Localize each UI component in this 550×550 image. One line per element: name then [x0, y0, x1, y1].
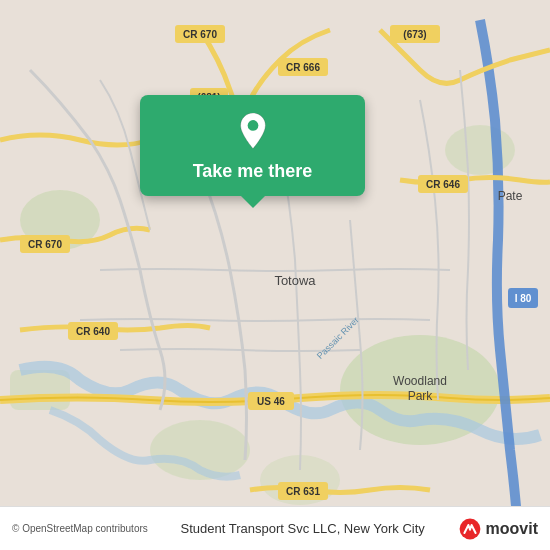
navigation-popup: Take me there: [140, 95, 365, 196]
svg-text:Woodland: Woodland: [393, 374, 447, 388]
attribution-area: © OpenStreetMap contributors: [12, 523, 148, 534]
map-background: CR 670 (681) CR 666 CR 670 (673) CR 646 …: [0, 0, 550, 550]
svg-text:CR 631: CR 631: [286, 486, 320, 497]
moovit-brand-text: moovit: [486, 520, 538, 538]
osm-attribution: © OpenStreetMap contributors: [12, 523, 148, 534]
svg-text:CR 640: CR 640: [76, 326, 110, 337]
moovit-icon: [458, 517, 482, 541]
svg-text:I 80: I 80: [515, 293, 532, 304]
location-pin-icon: [233, 113, 273, 153]
svg-point-3: [445, 125, 515, 175]
svg-text:CR 666: CR 666: [286, 62, 320, 73]
svg-text:CR 670: CR 670: [183, 29, 217, 40]
take-me-there-button[interactable]: Take me there: [193, 161, 313, 182]
svg-text:Pate: Pate: [498, 189, 523, 203]
moovit-logo: moovit: [458, 517, 538, 541]
svg-point-32: [247, 120, 258, 131]
svg-text:(673): (673): [403, 29, 426, 40]
svg-text:CR 670: CR 670: [28, 239, 62, 250]
svg-text:Park: Park: [408, 389, 434, 403]
svg-text:CR 646: CR 646: [426, 179, 460, 190]
bottom-bar: © OpenStreetMap contributors Student Tra…: [0, 506, 550, 550]
svg-rect-4: [10, 370, 70, 410]
location-title: Student Transport Svc LLC, New York City: [181, 521, 425, 536]
svg-text:Totowa: Totowa: [274, 273, 316, 288]
svg-text:US 46: US 46: [257, 396, 285, 407]
map-container: CR 670 (681) CR 666 CR 670 (673) CR 646 …: [0, 0, 550, 550]
